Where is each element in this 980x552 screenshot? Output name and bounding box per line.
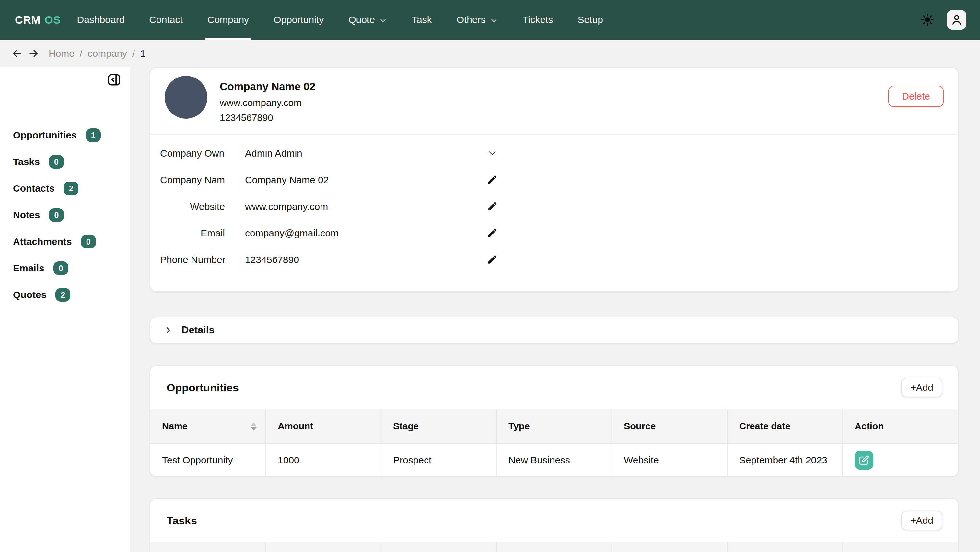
- nav-item-opportunity[interactable]: Opportunity: [274, 0, 324, 40]
- nav-item-label: Others: [457, 14, 486, 25]
- edit-pencil-icon[interactable]: [487, 254, 498, 266]
- app-logo[interactable]: CRM OS: [15, 14, 61, 26]
- count-badge: 0: [81, 235, 96, 249]
- edit-pencil-icon[interactable]: [487, 174, 498, 186]
- company-avatar: [165, 76, 207, 119]
- nav-item-label: Setup: [578, 14, 603, 25]
- breadcrumb-home[interactable]: Home: [49, 48, 75, 59]
- delete-button[interactable]: Delete: [888, 86, 944, 107]
- nav-item-setup[interactable]: Setup: [578, 0, 603, 40]
- table-row: Test Opportunity1000ProspectNew Business…: [150, 444, 958, 476]
- field-row-email: Emailcompany@gmail.com: [150, 220, 958, 246]
- chevron-down-icon[interactable]: [487, 148, 498, 159]
- nav-item-label: Opportunity: [274, 14, 324, 25]
- field-label: Phone Number: [160, 254, 225, 265]
- count-badge: 2: [56, 288, 70, 302]
- column-header-status: Status: [496, 542, 612, 552]
- nav-item-label: Quote: [348, 14, 375, 25]
- tasks-title: Tasks: [167, 514, 197, 527]
- breadcrumb-separator: /: [80, 48, 82, 59]
- column-header-priority: Priority: [612, 542, 727, 552]
- column-header-source: Source: [612, 409, 727, 444]
- details-section-toggle[interactable]: Details: [150, 316, 959, 344]
- field-label: Company Owner: [160, 148, 225, 159]
- profile-button[interactable]: [947, 10, 966, 30]
- related-sidebar: Opportunities1Tasks0Contacts2Notes0Attac…: [0, 67, 130, 552]
- company-name-title: Company Name 02: [220, 80, 315, 93]
- nav-item-label: Tickets: [523, 14, 553, 25]
- sidebar-item-contacts[interactable]: Contacts2: [0, 175, 130, 202]
- field-label: Company Name: [160, 174, 225, 185]
- add-task-button[interactable]: +Add: [901, 511, 942, 530]
- sort-arrows-icon: [251, 422, 256, 431]
- company-website-text: www.company.com: [220, 97, 315, 108]
- field-value: Admin Admin: [245, 148, 302, 159]
- opportunities-title: Opportunities: [167, 381, 239, 394]
- tasks-header: Tasks +Add: [150, 499, 958, 542]
- main-content: Company Name 02 www.company.com 12345678…: [130, 67, 980, 552]
- company-phone-text: 1234567890: [220, 112, 315, 123]
- user-icon: [950, 14, 963, 26]
- sidebar-item-notes[interactable]: Notes0: [0, 202, 130, 228]
- cell-name: Test Opportunity: [150, 444, 266, 476]
- edit-row-button[interactable]: [854, 451, 873, 470]
- nav-item-others[interactable]: Others: [457, 0, 498, 40]
- top-navbar: CRM OS DashboardContactCompanyOpportunit…: [0, 0, 980, 40]
- breadcrumb-company[interactable]: company: [88, 48, 127, 59]
- edit-pencil-icon[interactable]: [487, 201, 498, 212]
- column-header-action: Action: [843, 542, 958, 552]
- sidebar-items: Opportunities1Tasks0Contacts2Notes0Attac…: [0, 122, 130, 308]
- add-opportunity-button[interactable]: +Add: [901, 378, 942, 397]
- nav-item-label: Task: [412, 14, 432, 25]
- count-badge: 0: [49, 208, 64, 222]
- back-arrow-icon[interactable]: [11, 48, 23, 59]
- opportunities-table-head: NameAmountStageTypeSourceCreate dateActi…: [150, 409, 958, 444]
- column-header-stage: Stage: [381, 409, 496, 444]
- navbar-right: [920, 10, 966, 30]
- chevron-right-icon: [163, 325, 173, 335]
- column-header-name[interactable]: Name: [150, 409, 266, 444]
- cell-stage: Prospect: [381, 444, 496, 476]
- nav-item-task[interactable]: Task: [412, 0, 432, 40]
- nav-item-label: Company: [207, 14, 249, 25]
- nav-item-tickets[interactable]: Tickets: [523, 0, 553, 40]
- sidebar-item-label: Attachments: [13, 236, 72, 247]
- column-header-type: Type: [381, 542, 496, 552]
- column-header-notes: Notes: [727, 542, 843, 552]
- edit-pencil-icon[interactable]: [487, 227, 498, 239]
- nav-item-label: Contact: [149, 14, 183, 25]
- panel-collapse-icon[interactable]: [107, 73, 121, 87]
- sidebar-item-attachments[interactable]: Attachments0: [0, 228, 130, 255]
- theme-toggle-sun-icon[interactable]: [920, 13, 935, 27]
- nav-item-dashboard[interactable]: Dashboard: [77, 0, 125, 40]
- count-badge: 0: [49, 155, 64, 169]
- opportunities-table: NameAmountStageTypeSourceCreate dateActi…: [150, 409, 958, 476]
- column-header-amount: Amount: [266, 409, 381, 444]
- opportunities-section: Opportunities +Add NameAmountStageTypeSo…: [150, 365, 959, 477]
- field-label: Email: [160, 228, 225, 239]
- forward-arrow-icon[interactable]: [28, 48, 40, 59]
- sidebar-item-opportunities[interactable]: Opportunities1: [0, 122, 130, 148]
- sidebar-item-emails[interactable]: Emails0: [0, 255, 130, 281]
- sidebar-item-tasks[interactable]: Tasks0: [0, 148, 130, 175]
- logo-part-crm: CRM: [15, 14, 40, 26]
- nav-item-quote[interactable]: Quote: [348, 0, 387, 40]
- sidebar-item-quotes[interactable]: Quotes2: [0, 281, 130, 308]
- column-header-type: Type: [496, 409, 612, 444]
- tasks-table-head: NameAssigneeTypeStatusPriorityNotesActio…: [150, 542, 958, 552]
- logo-part-os: OS: [45, 14, 60, 26]
- chevron-down-icon: [490, 15, 498, 25]
- cell-create-date: September 4th 2023: [727, 444, 843, 476]
- nav-item-company[interactable]: Company: [207, 0, 249, 40]
- column-header-name: Name: [150, 542, 266, 552]
- crm-company-detail-page: { "colors": { "navbar": "#2a5148", "acce…: [0, 0, 980, 552]
- column-header-action: Action: [843, 409, 958, 444]
- count-badge: 2: [64, 182, 78, 195]
- cell-amount: 1000: [266, 444, 381, 476]
- tasks-table: NameAssigneeTypeStatusPriorityNotesActio…: [150, 542, 958, 552]
- nav-item-contact[interactable]: Contact: [149, 0, 183, 40]
- details-title: Details: [181, 324, 215, 336]
- field-label: Website: [160, 201, 225, 212]
- nav-item-label: Dashboard: [77, 14, 125, 25]
- sidebar-item-label: Notes: [13, 209, 40, 220]
